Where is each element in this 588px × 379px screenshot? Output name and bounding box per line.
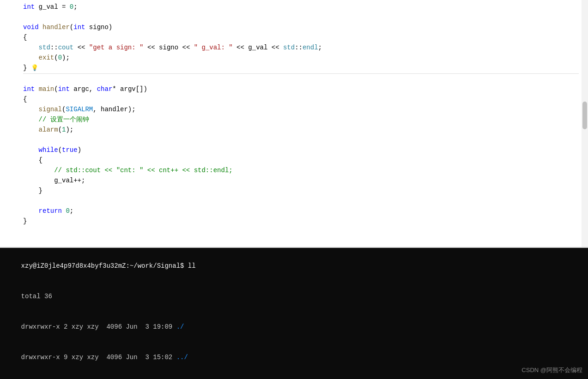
code-line: int g_val = 0; xyxy=(23,2,579,12)
code-line: } 💡 xyxy=(23,63,579,73)
terminal-line: drwxrwxr-x 9 xzy xzy 4096 Jun 3 15:02 ..… xyxy=(6,342,582,373)
code-line: signal(SIGALRM, handler); xyxy=(23,104,579,114)
code-line: return 0; xyxy=(23,206,579,216)
code-line: { xyxy=(23,155,579,165)
code-line: int main(int argc, char* argv[]) xyxy=(23,84,579,94)
code-content: int g_val = 0; void handler(int signo) {… xyxy=(0,0,588,228)
code-line: alarm(1); xyxy=(23,125,579,135)
code-line xyxy=(23,74,579,84)
code-line: void handler(int signo) xyxy=(23,22,579,32)
code-line: // std::cout << "cnt: " << cnt++ << std:… xyxy=(23,165,579,175)
code-line xyxy=(23,12,579,22)
code-line: while(true) xyxy=(23,145,579,155)
code-line xyxy=(23,135,579,145)
code-line: { xyxy=(23,94,579,104)
code-line xyxy=(23,196,579,206)
scrollbar-track[interactable] xyxy=(582,0,588,247)
code-line: } xyxy=(23,216,579,226)
code-line: g_val++; xyxy=(23,175,579,186)
watermark: CSDN @阿熊不会编程 xyxy=(521,365,582,375)
terminal-line: drwxrwxr-x 2 xzy xzy 4096 Jun 3 19:09 ./ xyxy=(6,312,582,342)
terminal-line: xzy@iZ0jle4p97d8x4byf3u32mZ:~/work/Signa… xyxy=(6,251,582,281)
code-editor: int g_val = 0; void handler(int signo) {… xyxy=(0,0,588,247)
scrollbar-thumb[interactable] xyxy=(582,102,587,129)
code-line: // 设置一个闹钟 xyxy=(23,114,579,125)
terminal-command: ll xyxy=(184,262,195,270)
code-line: std::cout << "get a sign: " << signo << … xyxy=(23,42,579,53)
terminal-prompt: xzy@iZ0jle4p97d8x4byf3u32mZ:~/work/Signa… xyxy=(21,262,184,270)
code-line: exit(0); xyxy=(23,53,579,63)
code-line: { xyxy=(23,32,579,42)
terminal-line: total 36 xyxy=(6,281,582,312)
terminal-line: -rw-rw-r-- 1 xzy xzy 504 Jun 3 19:07 han… xyxy=(6,373,582,379)
terminal: xzy@iZ0jle4p97d8x4byf3u32mZ:~/work/Signa… xyxy=(0,248,588,379)
code-line: } xyxy=(23,186,579,196)
